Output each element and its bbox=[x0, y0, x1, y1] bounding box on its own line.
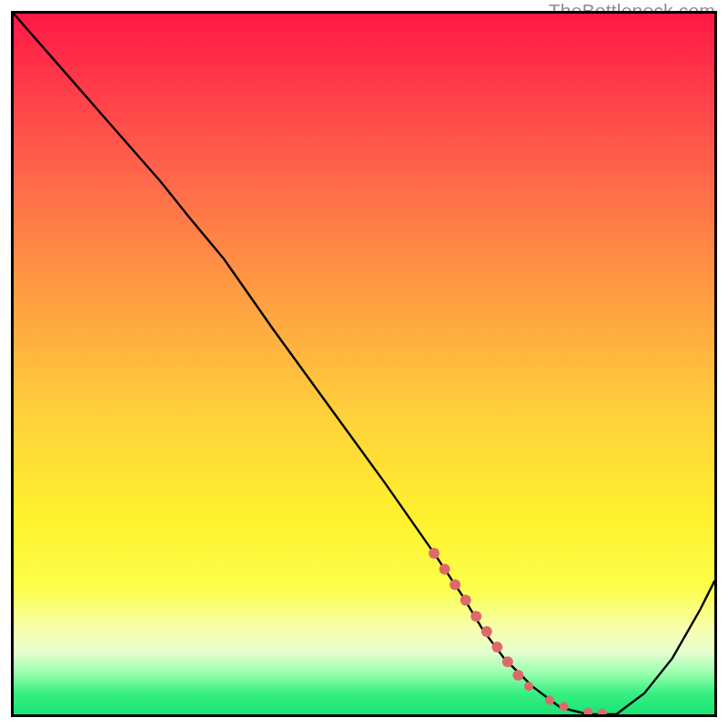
highlight-dot bbox=[440, 564, 450, 575]
highlight-dot bbox=[481, 626, 492, 637]
highlight-dot bbox=[502, 656, 513, 667]
highlight-dot bbox=[512, 670, 523, 681]
highlight-dot bbox=[560, 703, 569, 712]
plot-area bbox=[11, 11, 717, 717]
highlight-dot bbox=[491, 642, 502, 652]
highlight-dots bbox=[429, 548, 607, 714]
highlight-dot bbox=[583, 708, 592, 714]
bottleneck-curve bbox=[14, 14, 714, 714]
curve-svg bbox=[14, 14, 714, 714]
highlight-dot bbox=[524, 682, 533, 691]
highlight-dot bbox=[450, 580, 460, 591]
highlight-dot bbox=[470, 611, 481, 622]
highlight-dot bbox=[460, 595, 471, 606]
chart-frame: TheBottleneck.com bbox=[0, 0, 728, 728]
highlight-dot bbox=[429, 548, 440, 559]
highlight-dot bbox=[545, 696, 554, 705]
highlight-dot bbox=[598, 709, 607, 715]
